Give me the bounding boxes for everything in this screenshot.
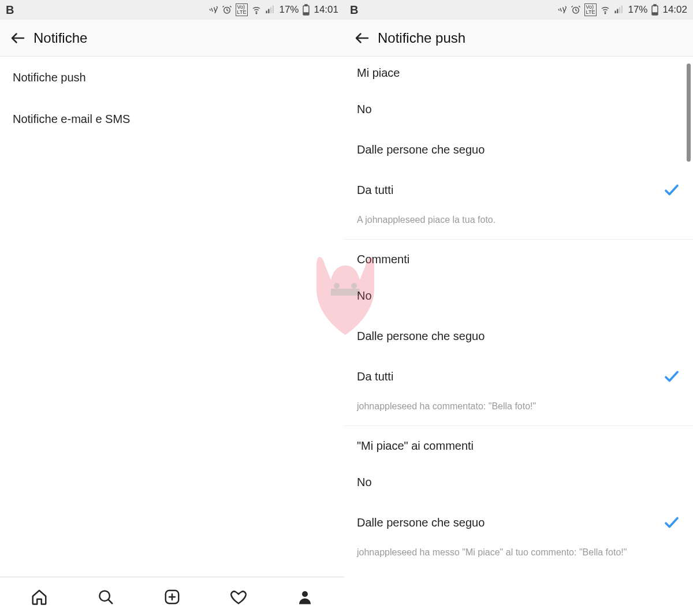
example-text: johnappleseed ha messo "Mi piace" al tuo… [344,543,693,561]
bottom-nav [0,577,344,616]
svg-rect-19 [654,5,656,6]
vibrate-icon [557,5,567,15]
svg-rect-15 [617,9,619,14]
status-label: B [350,3,358,17]
arrow-left-icon [353,29,371,47]
svg-point-11 [302,591,308,597]
status-bar: B Vo)LTE 17% 14:02 [344,0,693,20]
item-label: Notifiche e-mail e SMS [13,113,130,126]
header: Notifiche push [344,20,693,57]
option-comment-likes-no[interactable]: No [344,462,693,502]
arrow-left-icon [9,29,27,47]
volte-icon: Vo)LTE [236,3,248,16]
checkmark-icon [663,181,680,199]
svg-rect-4 [270,8,271,14]
option-comments-everyone[interactable]: Da tutti [344,356,693,397]
page-title: Notifiche [33,30,87,46]
option-label: No [357,476,372,489]
header: Notifiche [0,20,344,57]
example-text: A johnappleseed piace la tua foto. [344,210,693,237]
item-email-sms-notifications[interactable]: Notifiche e-mail e SMS [0,98,344,140]
settings-content: Mi piace No Dalle persone che seguo Da t… [344,57,693,561]
option-label: No [357,103,372,116]
wifi-icon [251,5,262,15]
wifi-icon [600,5,610,15]
svg-point-1 [256,13,258,14]
status-right: Vo)LTE 17% 14:02 [557,3,687,16]
battery-text: 17% [279,4,299,16]
alarm-icon [571,5,581,15]
section-title: Mi piace [357,66,400,80]
vibrate-icon [208,5,218,15]
settings-list: Notifiche push Notifiche e-mail e SMS [0,57,344,140]
option-comment-likes-following[interactable]: Dalle persone che seguo [344,502,693,543]
volte-icon: Vo)LTE [584,3,597,16]
tab-home[interactable] [28,585,51,608]
divider [344,425,693,426]
signal-icon [265,5,275,15]
svg-rect-8 [304,13,308,14]
svg-rect-20 [653,13,657,14]
svg-rect-17 [621,6,623,14]
plus-square-icon [163,588,181,606]
section-header-comment-likes: "Mi piace" ai commenti [344,430,693,462]
option-label: Da tutti [357,184,393,197]
option-label: Dalle persone che seguo [357,516,485,529]
screen-right: B Vo)LTE 17% 14:02 Notifiche push Mi pia… [344,0,693,616]
example-text: johnappleseed ha commentato: "Bella foto… [344,397,693,423]
status-label: B [6,3,14,17]
svg-rect-2 [266,11,267,14]
svg-rect-7 [305,5,307,6]
option-comments-following[interactable]: Dalle persone che seguo [344,316,693,356]
checkmark-icon [663,514,680,531]
svg-rect-3 [269,9,270,14]
svg-rect-16 [619,8,620,14]
option-label: Dalle persone che seguo [357,330,485,343]
svg-rect-14 [615,11,616,14]
scroll-indicator[interactable] [687,64,691,162]
signal-icon [614,5,624,15]
item-push-notifications[interactable]: Notifiche push [0,57,344,98]
screen-left: B Vo)LTE 17% 14:01 Notifiche Notifiche p… [0,0,344,616]
alarm-icon [222,5,232,15]
section-header-likes: Mi piace [344,57,693,89]
option-likes-following[interactable]: Dalle persone che seguo [344,129,693,170]
checkmark-icon [663,368,680,385]
option-label: Da tutti [357,370,393,383]
battery-icon [651,4,659,16]
heart-icon [230,588,247,606]
status-time: 14:02 [662,4,687,16]
option-likes-no[interactable]: No [344,89,693,129]
tab-add[interactable] [161,585,184,608]
svg-point-13 [605,13,606,14]
item-label: Notifiche push [13,71,86,84]
page-title: Notifiche push [378,30,465,46]
option-label: Dalle persone che seguo [357,143,485,156]
option-comments-no[interactable]: No [344,275,693,316]
status-bar: B Vo)LTE 17% 14:01 [0,0,344,20]
section-title: Commenti [357,253,409,266]
section-header-comments: Commenti [344,243,693,275]
battery-icon [302,4,310,16]
option-label: No [357,289,372,303]
status-right: Vo)LTE 17% 14:01 [208,3,338,16]
person-icon [296,588,314,606]
tab-activity[interactable] [227,585,250,608]
option-likes-everyone[interactable]: Da tutti [344,170,693,210]
section-title: "Mi piace" ai commenti [357,439,474,453]
divider [344,239,693,240]
status-time: 14:01 [314,4,338,16]
tab-search[interactable] [94,585,117,608]
search-icon [97,588,114,606]
tab-profile[interactable] [293,585,316,608]
battery-text: 17% [628,4,647,16]
back-button[interactable] [6,29,33,47]
back-button[interactable] [350,29,378,47]
home-icon [31,588,48,606]
svg-rect-5 [273,6,274,14]
